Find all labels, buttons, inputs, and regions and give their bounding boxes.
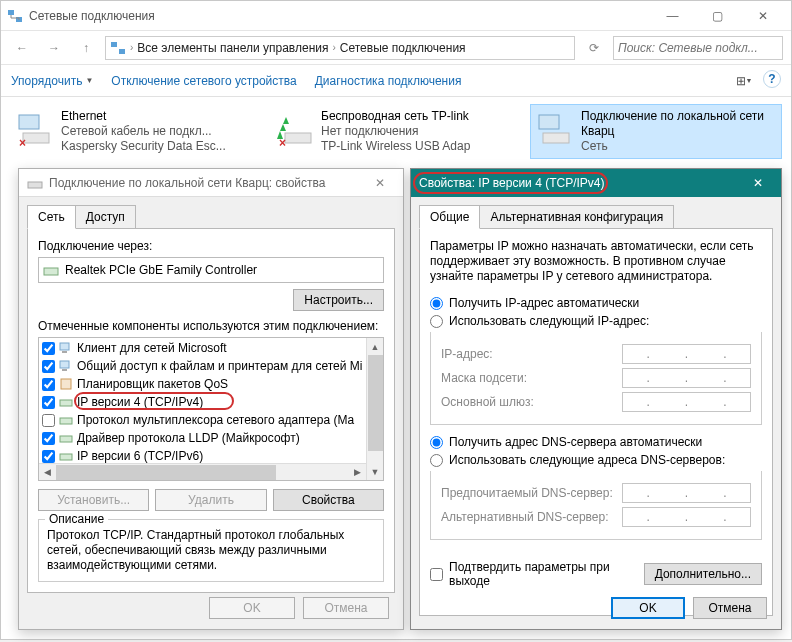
- breadcrumb[interactable]: › Все элементы панели управления › Сетев…: [105, 36, 575, 60]
- component-list[interactable]: Клиент для сетей MicrosoftОбщий доступ к…: [38, 337, 384, 481]
- minimize-button[interactable]: —: [650, 2, 695, 30]
- component-row[interactable]: IP версии 4 (TCP/IPv4): [40, 393, 382, 411]
- svg-rect-10: [543, 133, 569, 143]
- component-checkbox[interactable]: [42, 360, 55, 373]
- component-checkbox[interactable]: [42, 396, 55, 409]
- dialog-title-bar[interactable]: Свойства: IP версии 4 (TCP/IPv4) ✕: [411, 169, 781, 197]
- component-row[interactable]: Протокол мультиплексора сетевого адаптер…: [40, 411, 382, 429]
- scroll-thumb[interactable]: [56, 465, 276, 480]
- disable-device-button[interactable]: Отключение сетевого устройства: [111, 74, 296, 88]
- properties-button[interactable]: Свойства: [273, 489, 384, 511]
- nic-icon: [535, 109, 575, 149]
- component-checkbox[interactable]: [42, 432, 55, 445]
- organize-button[interactable]: Упорядочить▼: [11, 74, 93, 88]
- svg-rect-12: [44, 268, 58, 275]
- horizontal-scrollbar[interactable]: ◀ ▶: [39, 463, 366, 480]
- info-text: Параметры IP можно назначать автоматичес…: [430, 239, 762, 284]
- scroll-left-arrow[interactable]: ◀: [39, 464, 56, 481]
- component-checkbox[interactable]: [42, 378, 55, 391]
- dns-manual-group: Предпочитаемый DNS-сервер:... Альтернати…: [430, 471, 762, 540]
- component-row[interactable]: Клиент для сетей Microsoft: [40, 339, 382, 357]
- radio-ip-manual[interactable]: Использовать следующий IP-адрес:: [430, 314, 762, 328]
- connection-item-wireless[interactable]: × Беспроводная сеть TP-link Нет подключе…: [271, 105, 521, 158]
- ip-address-label: IP-адрес:: [441, 347, 616, 361]
- subnet-mask-label: Маска подсети:: [441, 371, 616, 385]
- cancel-button[interactable]: Отмена: [303, 597, 389, 619]
- breadcrumb-level1[interactable]: Все элементы панели управления: [137, 41, 328, 55]
- tab-alt-config[interactable]: Альтернативная конфигурация: [479, 205, 674, 229]
- preferred-dns-input[interactable]: ...: [622, 483, 751, 503]
- ipv4-properties-dialog: Свойства: IP версии 4 (TCP/IPv4) ✕ Общие…: [410, 168, 782, 630]
- component-checkbox[interactable]: [42, 342, 55, 355]
- dialog-title-bar[interactable]: Подключение по локальной сети Кварц: сво…: [19, 169, 403, 197]
- component-checkbox[interactable]: [42, 450, 55, 463]
- maximize-button[interactable]: ▢: [695, 2, 740, 30]
- radio-input[interactable]: [430, 315, 443, 328]
- help-button[interactable]: ?: [763, 70, 781, 88]
- radio-input[interactable]: [430, 454, 443, 467]
- svg-rect-17: [61, 379, 71, 389]
- radio-dns-auto[interactable]: Получить адрес DNS-сервера автоматически: [430, 435, 762, 449]
- subnet-mask-input[interactable]: ...: [622, 368, 751, 388]
- radio-dns-manual[interactable]: Использовать следующие адреса DNS-сервер…: [430, 453, 762, 467]
- breadcrumb-level2[interactable]: Сетевые подключения: [340, 41, 466, 55]
- vertical-scrollbar[interactable]: ▲ ▼: [366, 338, 383, 480]
- tab-network[interactable]: Сеть: [27, 205, 76, 229]
- diagnose-button[interactable]: Диагностика подключения: [315, 74, 462, 88]
- nic-icon: ×: [275, 109, 315, 149]
- nav-forward-button[interactable]: →: [41, 35, 67, 61]
- svg-rect-0: [8, 10, 14, 15]
- configure-button[interactable]: Настроить...: [293, 289, 384, 311]
- component-checkbox[interactable]: [42, 414, 55, 427]
- scroll-right-arrow[interactable]: ▶: [349, 464, 366, 481]
- chevron-icon: ›: [130, 42, 133, 53]
- ok-button[interactable]: OK: [209, 597, 295, 619]
- tab-access[interactable]: Доступ: [75, 205, 136, 229]
- search-input[interactable]: [613, 36, 783, 60]
- component-row[interactable]: Планировщик пакетов QoS: [40, 375, 382, 393]
- network-icon: [7, 8, 23, 24]
- uninstall-button[interactable]: Удалить: [155, 489, 266, 511]
- search-field[interactable]: [618, 41, 778, 55]
- component-label: Общий доступ к файлам и принтерам для се…: [77, 359, 362, 373]
- nav-back-button[interactable]: ←: [9, 35, 35, 61]
- radio-input[interactable]: [430, 436, 443, 449]
- tab-general[interactable]: Общие: [419, 205, 480, 229]
- advanced-button[interactable]: Дополнительно...: [644, 563, 762, 585]
- radio-input[interactable]: [430, 297, 443, 310]
- component-label: Драйвер протокола LLDP (Майкрософт): [77, 431, 300, 445]
- connection-item-quartz[interactable]: Подключение по локальной сети Кварц Сеть: [531, 105, 781, 158]
- scroll-thumb[interactable]: [368, 355, 383, 451]
- dialog-title: Подключение по локальной сети Кварц: сво…: [49, 176, 365, 190]
- scroll-down-arrow[interactable]: ▼: [367, 463, 383, 480]
- view-mode-button[interactable]: ⊞▼: [733, 70, 755, 92]
- gateway-input[interactable]: ...: [622, 392, 751, 412]
- component-row[interactable]: Драйвер протокола LLDP (Майкрософт): [40, 429, 382, 447]
- nav-up-button[interactable]: ↑: [73, 35, 99, 61]
- toolbar: Упорядочить▼ Отключение сетевого устройс…: [1, 65, 791, 97]
- nic-icon: [43, 262, 59, 278]
- alternate-dns-input[interactable]: ...: [622, 507, 751, 527]
- close-button[interactable]: ✕: [740, 2, 785, 30]
- component-row[interactable]: Общий доступ к файлам и принтерам для се…: [40, 357, 382, 375]
- radio-ip-auto[interactable]: Получить IP-адрес автоматически: [430, 296, 762, 310]
- scroll-up-arrow[interactable]: ▲: [367, 338, 383, 355]
- confirm-on-exit-checkbox[interactable]: Подтвердить параметры при выходе: [430, 560, 638, 588]
- svg-rect-16: [62, 369, 67, 371]
- dialog-close-button[interactable]: ✕: [743, 176, 773, 190]
- adapter-name: Realtek PCIe GbE Family Controller: [65, 263, 257, 277]
- description-text: Протокол TCP/IP. Стандартный протокол гл…: [47, 528, 375, 573]
- component-icon: [59, 341, 73, 355]
- cancel-button[interactable]: Отмена: [693, 597, 767, 619]
- svg-rect-9: [539, 115, 559, 129]
- component-icon: [59, 359, 73, 373]
- dialog-close-button[interactable]: ✕: [365, 176, 395, 190]
- install-button[interactable]: Установить...: [38, 489, 149, 511]
- checkbox-input[interactable]: [430, 568, 443, 581]
- ip-address-input[interactable]: ...: [622, 344, 751, 364]
- dialog-title: Свойства: IP версии 4 (TCP/IPv4): [419, 176, 743, 190]
- refresh-button[interactable]: ⟳: [581, 35, 607, 61]
- ok-button[interactable]: OK: [611, 597, 685, 619]
- connection-item-ethernet[interactable]: × Ethernet Сетевой кабель не подкл... Ka…: [11, 105, 261, 158]
- svg-rect-5: [23, 133, 49, 143]
